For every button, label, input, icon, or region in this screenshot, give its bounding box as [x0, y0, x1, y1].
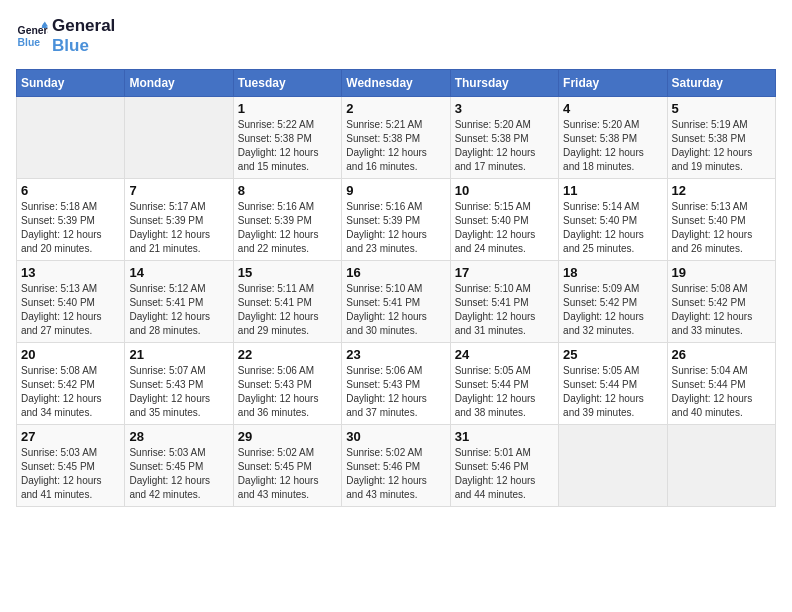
day-info: Sunrise: 5:06 AMSunset: 5:43 PMDaylight:… [346, 364, 445, 420]
calendar-cell: 14 Sunrise: 5:12 AMSunset: 5:41 PMDaylig… [125, 260, 233, 342]
calendar-body: 1 Sunrise: 5:22 AMSunset: 5:38 PMDayligh… [17, 96, 776, 506]
weekday-header-friday: Friday [559, 69, 667, 96]
day-info: Sunrise: 5:05 AMSunset: 5:44 PMDaylight:… [455, 364, 554, 420]
page-header: General Blue General Blue [16, 16, 776, 57]
day-number: 9 [346, 183, 445, 198]
day-info: Sunrise: 5:08 AMSunset: 5:42 PMDaylight:… [672, 282, 771, 338]
calendar-cell: 9 Sunrise: 5:16 AMSunset: 5:39 PMDayligh… [342, 178, 450, 260]
weekday-header-thursday: Thursday [450, 69, 558, 96]
day-number: 6 [21, 183, 120, 198]
day-number: 28 [129, 429, 228, 444]
calendar-cell: 13 Sunrise: 5:13 AMSunset: 5:40 PMDaylig… [17, 260, 125, 342]
calendar-week-1: 1 Sunrise: 5:22 AMSunset: 5:38 PMDayligh… [17, 96, 776, 178]
day-info: Sunrise: 5:20 AMSunset: 5:38 PMDaylight:… [455, 118, 554, 174]
day-number: 3 [455, 101, 554, 116]
day-number: 23 [346, 347, 445, 362]
day-number: 21 [129, 347, 228, 362]
calendar-cell: 15 Sunrise: 5:11 AMSunset: 5:41 PMDaylig… [233, 260, 341, 342]
calendar-cell: 2 Sunrise: 5:21 AMSunset: 5:38 PMDayligh… [342, 96, 450, 178]
calendar-cell: 7 Sunrise: 5:17 AMSunset: 5:39 PMDayligh… [125, 178, 233, 260]
calendar-cell: 21 Sunrise: 5:07 AMSunset: 5:43 PMDaylig… [125, 342, 233, 424]
calendar-cell: 16 Sunrise: 5:10 AMSunset: 5:41 PMDaylig… [342, 260, 450, 342]
day-number: 31 [455, 429, 554, 444]
day-number: 8 [238, 183, 337, 198]
calendar-cell [17, 96, 125, 178]
day-info: Sunrise: 5:13 AMSunset: 5:40 PMDaylight:… [21, 282, 120, 338]
calendar-header-row: SundayMondayTuesdayWednesdayThursdayFrid… [17, 69, 776, 96]
day-info: Sunrise: 5:07 AMSunset: 5:43 PMDaylight:… [129, 364, 228, 420]
svg-text:Blue: Blue [18, 37, 41, 48]
calendar-cell: 26 Sunrise: 5:04 AMSunset: 5:44 PMDaylig… [667, 342, 775, 424]
day-info: Sunrise: 5:08 AMSunset: 5:42 PMDaylight:… [21, 364, 120, 420]
day-number: 11 [563, 183, 662, 198]
day-number: 26 [672, 347, 771, 362]
weekday-header-wednesday: Wednesday [342, 69, 450, 96]
day-number: 30 [346, 429, 445, 444]
day-number: 29 [238, 429, 337, 444]
day-info: Sunrise: 5:06 AMSunset: 5:43 PMDaylight:… [238, 364, 337, 420]
day-info: Sunrise: 5:17 AMSunset: 5:39 PMDaylight:… [129, 200, 228, 256]
logo: General Blue General Blue [16, 16, 115, 57]
day-info: Sunrise: 5:11 AMSunset: 5:41 PMDaylight:… [238, 282, 337, 338]
day-number: 18 [563, 265, 662, 280]
day-info: Sunrise: 5:02 AMSunset: 5:46 PMDaylight:… [346, 446, 445, 502]
day-number: 22 [238, 347, 337, 362]
calendar-table: SundayMondayTuesdayWednesdayThursdayFrid… [16, 69, 776, 507]
calendar-week-4: 20 Sunrise: 5:08 AMSunset: 5:42 PMDaylig… [17, 342, 776, 424]
day-number: 13 [21, 265, 120, 280]
day-info: Sunrise: 5:20 AMSunset: 5:38 PMDaylight:… [563, 118, 662, 174]
calendar-cell [559, 424, 667, 506]
day-info: Sunrise: 5:09 AMSunset: 5:42 PMDaylight:… [563, 282, 662, 338]
day-number: 20 [21, 347, 120, 362]
weekday-header-saturday: Saturday [667, 69, 775, 96]
calendar-cell: 1 Sunrise: 5:22 AMSunset: 5:38 PMDayligh… [233, 96, 341, 178]
calendar-cell: 8 Sunrise: 5:16 AMSunset: 5:39 PMDayligh… [233, 178, 341, 260]
day-number: 4 [563, 101, 662, 116]
calendar-cell: 19 Sunrise: 5:08 AMSunset: 5:42 PMDaylig… [667, 260, 775, 342]
day-number: 15 [238, 265, 337, 280]
day-number: 17 [455, 265, 554, 280]
day-info: Sunrise: 5:19 AMSunset: 5:38 PMDaylight:… [672, 118, 771, 174]
calendar-week-2: 6 Sunrise: 5:18 AMSunset: 5:39 PMDayligh… [17, 178, 776, 260]
weekday-header-sunday: Sunday [17, 69, 125, 96]
day-number: 19 [672, 265, 771, 280]
day-info: Sunrise: 5:13 AMSunset: 5:40 PMDaylight:… [672, 200, 771, 256]
day-number: 24 [455, 347, 554, 362]
calendar-cell: 12 Sunrise: 5:13 AMSunset: 5:40 PMDaylig… [667, 178, 775, 260]
day-number: 25 [563, 347, 662, 362]
calendar-cell: 22 Sunrise: 5:06 AMSunset: 5:43 PMDaylig… [233, 342, 341, 424]
weekday-header-monday: Monday [125, 69, 233, 96]
day-number: 7 [129, 183, 228, 198]
logo-icon: General Blue [16, 20, 48, 52]
calendar-cell: 30 Sunrise: 5:02 AMSunset: 5:46 PMDaylig… [342, 424, 450, 506]
day-info: Sunrise: 5:10 AMSunset: 5:41 PMDaylight:… [346, 282, 445, 338]
calendar-cell: 10 Sunrise: 5:15 AMSunset: 5:40 PMDaylig… [450, 178, 558, 260]
calendar-cell: 20 Sunrise: 5:08 AMSunset: 5:42 PMDaylig… [17, 342, 125, 424]
day-info: Sunrise: 5:18 AMSunset: 5:39 PMDaylight:… [21, 200, 120, 256]
day-number: 1 [238, 101, 337, 116]
day-number: 5 [672, 101, 771, 116]
day-info: Sunrise: 5:04 AMSunset: 5:44 PMDaylight:… [672, 364, 771, 420]
day-number: 12 [672, 183, 771, 198]
logo-general: General [52, 16, 115, 36]
day-number: 2 [346, 101, 445, 116]
day-number: 16 [346, 265, 445, 280]
logo-blue: Blue [52, 36, 115, 56]
day-info: Sunrise: 5:03 AMSunset: 5:45 PMDaylight:… [21, 446, 120, 502]
calendar-week-5: 27 Sunrise: 5:03 AMSunset: 5:45 PMDaylig… [17, 424, 776, 506]
day-number: 27 [21, 429, 120, 444]
calendar-cell: 24 Sunrise: 5:05 AMSunset: 5:44 PMDaylig… [450, 342, 558, 424]
day-info: Sunrise: 5:10 AMSunset: 5:41 PMDaylight:… [455, 282, 554, 338]
day-info: Sunrise: 5:03 AMSunset: 5:45 PMDaylight:… [129, 446, 228, 502]
calendar-cell: 6 Sunrise: 5:18 AMSunset: 5:39 PMDayligh… [17, 178, 125, 260]
day-info: Sunrise: 5:16 AMSunset: 5:39 PMDaylight:… [346, 200, 445, 256]
day-info: Sunrise: 5:12 AMSunset: 5:41 PMDaylight:… [129, 282, 228, 338]
calendar-cell: 4 Sunrise: 5:20 AMSunset: 5:38 PMDayligh… [559, 96, 667, 178]
calendar-cell: 27 Sunrise: 5:03 AMSunset: 5:45 PMDaylig… [17, 424, 125, 506]
calendar-cell: 29 Sunrise: 5:02 AMSunset: 5:45 PMDaylig… [233, 424, 341, 506]
weekday-header-tuesday: Tuesday [233, 69, 341, 96]
day-number: 10 [455, 183, 554, 198]
day-info: Sunrise: 5:02 AMSunset: 5:45 PMDaylight:… [238, 446, 337, 502]
day-info: Sunrise: 5:05 AMSunset: 5:44 PMDaylight:… [563, 364, 662, 420]
calendar-cell [125, 96, 233, 178]
